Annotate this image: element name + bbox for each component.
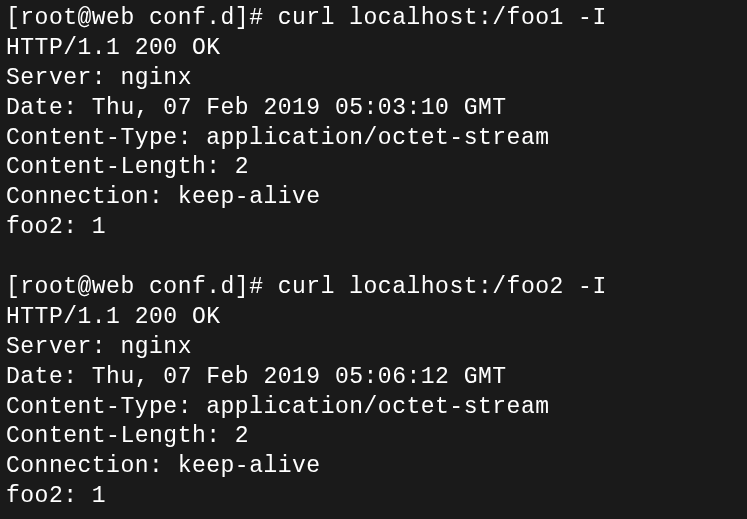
command-line-2: [root@web conf.d]# curl localhost:/foo2 …	[6, 273, 741, 303]
content-type-header: Content-Type: application/octet-stream	[6, 393, 741, 423]
command-line-1: [root@web conf.d]# curl localhost:/foo1 …	[6, 4, 741, 34]
shell-prompt: [root@web conf.d]#	[6, 274, 278, 300]
curl-command: curl localhost:/foo1 -I	[278, 5, 607, 31]
terminal-output[interactable]: [root@web conf.d]# curl localhost:/foo1 …	[6, 4, 741, 512]
server-header: Server: nginx	[6, 333, 741, 363]
connection-header: Connection: keep-alive	[6, 183, 741, 213]
date-header: Date: Thu, 07 Feb 2019 05:06:12 GMT	[6, 363, 741, 393]
connection-header: Connection: keep-alive	[6, 452, 741, 482]
content-type-header: Content-Type: application/octet-stream	[6, 124, 741, 154]
custom-header: foo2: 1	[6, 213, 741, 243]
blank-line	[6, 243, 741, 273]
content-length-header: Content-Length: 2	[6, 153, 741, 183]
http-status: HTTP/1.1 200 OK	[6, 34, 741, 64]
shell-prompt: [root@web conf.d]#	[6, 5, 278, 31]
server-header: Server: nginx	[6, 64, 741, 94]
curl-command: curl localhost:/foo2 -I	[278, 274, 607, 300]
date-header: Date: Thu, 07 Feb 2019 05:03:10 GMT	[6, 94, 741, 124]
content-length-header: Content-Length: 2	[6, 422, 741, 452]
custom-header: foo2: 1	[6, 482, 741, 512]
http-status: HTTP/1.1 200 OK	[6, 303, 741, 333]
